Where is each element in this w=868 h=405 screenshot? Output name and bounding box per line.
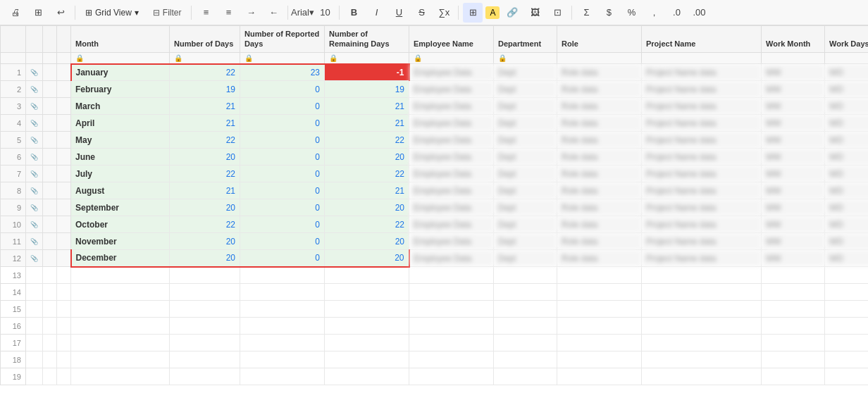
italic-button[interactable]: I (366, 3, 386, 23)
employee-cell[interactable]: Employee Data (409, 250, 494, 267)
month-cell[interactable]: August (71, 182, 170, 199)
role-cell[interactable]: Role data (557, 250, 642, 267)
print-button[interactable]: 🖨 (6, 3, 25, 23)
indent-button[interactable]: → (241, 3, 261, 23)
dept-cell[interactable]: Dept (494, 132, 557, 149)
table-row[interactable]: 9📎September20020Employee DataDeptRole da… (1, 199, 869, 216)
role-cell[interactable]: Role data (557, 149, 642, 166)
role-cell[interactable]: Role data (557, 64, 642, 81)
project-cell[interactable]: Project Name data (642, 132, 762, 149)
num-reported-cell[interactable]: 0 (240, 182, 325, 199)
num-remaining-cell[interactable]: 20 (325, 149, 409, 166)
num-days-cell[interactable]: 22 (170, 64, 240, 81)
percent-button[interactable]: % (621, 3, 641, 23)
spreadsheet-view-button[interactable]: ⊞ (463, 3, 483, 23)
project-cell[interactable]: Project Name data (642, 199, 762, 216)
num-days-cell[interactable]: 20 (170, 250, 240, 267)
employee-cell[interactable]: Employee Data (409, 149, 494, 166)
col-header-employee[interactable]: Employee Name (409, 26, 494, 53)
dept-cell[interactable]: Dept (494, 216, 557, 233)
num-reported-cell[interactable]: 0 (240, 98, 325, 115)
table-row[interactable]: 8📎August21021Employee DataDeptRole dataP… (1, 182, 869, 199)
num-days-cell[interactable]: 21 (170, 182, 240, 199)
link-button[interactable]: 🔗 (502, 3, 522, 23)
workdays-cell[interactable]: WD (825, 199, 869, 216)
month-cell[interactable]: June (71, 149, 170, 166)
table-row[interactable]: 11📎November20020Employee DataDeptRole da… (1, 233, 869, 250)
col-header-remaining[interactable]: Number of Remaining Days (325, 26, 409, 53)
unknown-btn1[interactable]: ⊞ (28, 3, 48, 23)
table-row[interactable]: 6📎June20020Employee DataDeptRole dataPro… (1, 149, 869, 166)
num-remaining-cell[interactable]: 19 (325, 81, 409, 98)
project-cell[interactable]: Project Name data (642, 115, 762, 132)
num-remaining-cell[interactable]: 20 (325, 233, 409, 250)
role-cell[interactable]: Role data (557, 98, 642, 115)
workdays-cell[interactable]: WD (825, 166, 869, 182)
table-row[interactable]: 10📎October22022Employee DataDeptRole dat… (1, 216, 869, 233)
strikethrough-button[interactable]: S (411, 3, 431, 23)
num-days-cell[interactable]: 19 (170, 81, 240, 98)
dept-cell[interactable]: Dept (494, 233, 557, 250)
project-cell[interactable]: Project Name data (642, 64, 762, 81)
workmonth-cell[interactable]: WM (762, 199, 825, 216)
dept-cell[interactable]: Dept (494, 149, 557, 166)
role-cell[interactable]: Role data (557, 115, 642, 132)
dept-cell[interactable]: Dept (494, 98, 557, 115)
expand-button[interactable]: ⊡ (547, 3, 567, 23)
month-cell[interactable]: April (71, 115, 170, 132)
employee-cell[interactable]: Employee Data (409, 115, 494, 132)
workdays-cell[interactable]: WD (825, 64, 869, 81)
comma-button[interactable]: , (644, 3, 664, 23)
col-header-role[interactable]: Role (557, 26, 642, 53)
month-cell[interactable]: September (71, 199, 170, 216)
workmonth-cell[interactable]: WM (762, 64, 825, 81)
col-header-dept[interactable]: Department (494, 26, 557, 53)
table-row[interactable]: 1📎January2223-1Employee DataDeptRole dat… (1, 64, 869, 81)
month-cell[interactable]: May (71, 132, 170, 149)
table-row[interactable]: 7📎July22022Employee DataDeptRole dataPro… (1, 166, 869, 182)
dollar-button[interactable]: $ (599, 3, 619, 23)
num-days-cell[interactable]: 22 (170, 132, 240, 149)
employee-cell[interactable]: Employee Data (409, 98, 494, 115)
employee-cell[interactable]: Employee Data (409, 182, 494, 199)
num-remaining-cell[interactable]: 21 (325, 182, 409, 199)
align-left-button[interactable]: ≡ (196, 3, 216, 23)
num-days-cell[interactable]: 22 (170, 216, 240, 233)
dept-cell[interactable]: Dept (494, 64, 557, 81)
role-cell[interactable]: Role data (557, 132, 642, 149)
workdays-cell[interactable]: WD (825, 115, 869, 132)
month-cell[interactable]: November (71, 233, 170, 250)
employee-cell[interactable]: Employee Data (409, 233, 494, 250)
workmonth-cell[interactable]: WM (762, 115, 825, 132)
role-cell[interactable]: Role data (557, 81, 642, 98)
col-header-month[interactable]: Month (71, 26, 170, 53)
workdays-cell[interactable]: WD (825, 250, 869, 267)
num-days-cell[interactable]: 20 (170, 233, 240, 250)
col-header-workdays[interactable]: Work Days (825, 26, 869, 53)
workdays-cell[interactable]: WD (825, 149, 869, 166)
num-reported-cell[interactable]: 23 (240, 64, 325, 81)
month-cell[interactable]: February (71, 81, 170, 98)
underline-button[interactable]: U (389, 3, 409, 23)
role-cell[interactable]: Role data (557, 166, 642, 182)
decimal-more-button[interactable]: .00 (689, 3, 709, 23)
num-reported-cell[interactable]: 0 (240, 149, 325, 166)
workmonth-cell[interactable]: WM (762, 166, 825, 182)
num-reported-cell[interactable]: 0 (240, 166, 325, 182)
dept-cell[interactable]: Dept (494, 199, 557, 216)
dept-cell[interactable]: Dept (494, 250, 557, 267)
employee-cell[interactable]: Employee Data (409, 216, 494, 233)
month-cell[interactable]: March (71, 98, 170, 115)
filter-button[interactable]: ⊟ Filter (147, 6, 187, 19)
table-row[interactable]: 3📎March21021Employee DataDeptRole dataPr… (1, 98, 869, 115)
project-cell[interactable]: Project Name data (642, 166, 762, 182)
num-remaining-cell[interactable]: 21 (325, 115, 409, 132)
num-remaining-cell[interactable]: 22 (325, 166, 409, 182)
table-row[interactable]: 4📎April21021Employee DataDeptRole dataPr… (1, 115, 869, 132)
month-cell[interactable]: December (71, 250, 170, 267)
num-reported-cell[interactable]: 0 (240, 132, 325, 149)
workmonth-cell[interactable]: WM (762, 216, 825, 233)
table-row[interactable]: 5📎May22022Employee DataDeptRole dataProj… (1, 132, 869, 149)
num-remaining-cell[interactable]: -1 (325, 64, 409, 81)
workmonth-cell[interactable]: WM (762, 182, 825, 199)
